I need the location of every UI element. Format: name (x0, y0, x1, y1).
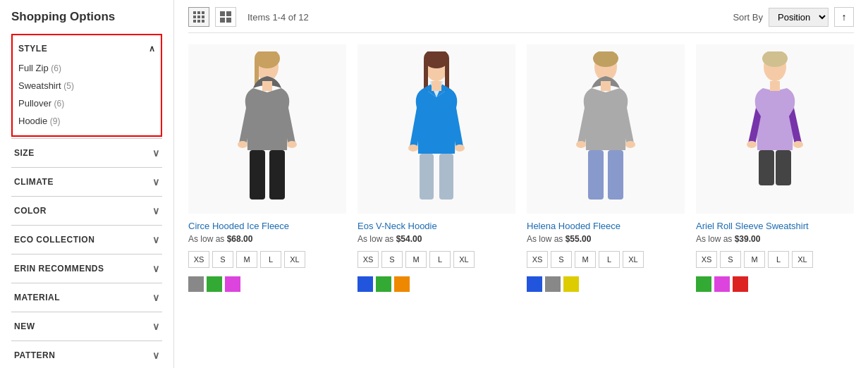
filter-label-erin: ERIN RECOMMENDS (14, 264, 104, 274)
svg-rect-22 (608, 150, 623, 200)
filter-label-climate: CLIMATE (14, 177, 54, 187)
size-xs-3[interactable]: XS (527, 251, 548, 268)
product-figure-2 (394, 51, 479, 207)
size-s-3[interactable]: S (551, 251, 572, 268)
toolbar: Items 1-4 of 12 Sort By Position Price N… (188, 7, 854, 33)
size-l-2[interactable]: L (429, 251, 451, 268)
filter-section-material: MATERIAL ∨ (11, 283, 162, 312)
color-swatch-magenta-4[interactable] (714, 276, 730, 292)
size-s-2[interactable]: S (381, 251, 403, 268)
size-m-4[interactable]: M (744, 251, 765, 268)
main-content: Items 1-4 of 12 Sort By Position Price N… (174, 0, 868, 368)
chevron-down-icon: ∨ (152, 176, 160, 188)
color-swatch-green-4[interactable] (696, 276, 711, 292)
svg-rect-15 (439, 154, 453, 200)
svg-rect-14 (420, 154, 434, 200)
style-item-fullzip[interactable]: Full Zip (6) (18, 59, 155, 77)
sort-label: Sort By (733, 12, 763, 23)
product-image-2 (357, 44, 515, 214)
color-swatch-yellow-3[interactable] (563, 276, 579, 292)
sort-select[interactable]: Position Price Name (769, 8, 829, 27)
size-options-1: XS S M L XL (188, 251, 346, 268)
filter-section-color: COLOR ∨ (11, 196, 162, 225)
svg-point-26 (747, 141, 757, 148)
product-image-1 (188, 44, 346, 214)
filter-section-pattern: PATTERN ∨ (11, 341, 162, 368)
size-xl-3[interactable]: XL (623, 251, 644, 268)
chevron-up-icon: ∧ (149, 44, 156, 54)
filter-header-climate[interactable]: CLIMATE ∨ (11, 168, 162, 196)
product-card-1: Circe Hooded Ice Fleece As low as $68.00… (188, 44, 346, 292)
sort-ascending-button[interactable]: ↑ (834, 7, 854, 27)
grid-small-icon (193, 11, 204, 23)
product-image-3 (527, 44, 685, 214)
product-price-2: As low as $54.00 (357, 234, 515, 244)
color-swatch-gray-1[interactable] (188, 276, 204, 292)
style-item-pullover[interactable]: Pullover (6) (18, 94, 155, 112)
size-options-2: XS S M L XL (357, 251, 515, 268)
chevron-down-icon: ∨ (152, 147, 160, 159)
product-name-3[interactable]: Helena Hooded Fleece (527, 221, 685, 231)
product-card-3: Helena Hooded Fleece As low as $55.00 XS… (527, 44, 685, 292)
svg-rect-28 (759, 150, 774, 185)
filter-label-new: NEW (14, 321, 35, 331)
filter-header-color[interactable]: COLOR ∨ (11, 197, 162, 225)
filter-label-style: STYLE (18, 44, 47, 54)
size-m-3[interactable]: M (575, 251, 596, 268)
svg-point-3 (238, 141, 247, 148)
size-xl-2[interactable]: XL (453, 251, 475, 268)
color-swatch-red-4[interactable] (733, 276, 748, 292)
filter-header-new[interactable]: NEW ∨ (11, 312, 162, 341)
size-m-1[interactable]: M (236, 251, 257, 268)
svg-rect-5 (250, 150, 265, 200)
filter-header-style[interactable]: STYLE ∧ (18, 38, 155, 59)
filter-label-size: SIZE (14, 148, 35, 158)
product-name-4[interactable]: Ariel Roll Sleeve Sweatshirt (696, 221, 854, 231)
svg-point-27 (793, 141, 803, 148)
filter-header-pattern[interactable]: PATTERN ∨ (11, 341, 162, 368)
product-name-1[interactable]: Circe Hooded Ice Fleece (188, 221, 346, 231)
page-container: Shopping Options STYLE ∧ Full Zip (6) Sw… (0, 0, 868, 368)
size-s-4[interactable]: S (720, 251, 741, 268)
grid-view-button[interactable] (188, 7, 209, 27)
size-xl-1[interactable]: XL (284, 251, 305, 268)
filter-section-eco: ECO COLLECTION ∨ (11, 225, 162, 254)
filter-header-size[interactable]: SIZE ∨ (11, 139, 162, 167)
style-items-list: Full Zip (6) Sweatshirt (5) Pullover (6)… (18, 59, 155, 130)
size-xs-4[interactable]: XS (696, 251, 717, 268)
size-options-4: XS S M L XL (696, 251, 854, 268)
svg-point-4 (287, 141, 297, 148)
filter-header-eco[interactable]: ECO COLLECTION ∨ (11, 226, 162, 254)
sidebar: Shopping Options STYLE ∧ Full Zip (6) Sw… (0, 0, 174, 368)
color-swatches-4 (696, 276, 854, 292)
style-item-sweatshirt[interactable]: Sweatshirt (5) (18, 77, 155, 94)
color-swatch-green-1[interactable] (207, 276, 222, 292)
product-figure-4 (733, 51, 817, 207)
size-l-1[interactable]: L (260, 251, 281, 268)
size-l-3[interactable]: L (599, 251, 620, 268)
color-swatch-gray-3[interactable] (545, 276, 561, 292)
chevron-down-icon: ∨ (152, 205, 160, 216)
product-name-2[interactable]: Eos V-Neck Hoodie (357, 221, 515, 231)
product-figure-1 (225, 51, 310, 207)
size-l-4[interactable]: L (768, 251, 789, 268)
color-swatch-orange-2[interactable] (394, 276, 410, 292)
filter-header-material[interactable]: MATERIAL ∨ (11, 283, 162, 312)
chevron-down-icon: ∨ (152, 234, 160, 245)
size-m-2[interactable]: M (405, 251, 427, 268)
filter-header-erin[interactable]: ERIN RECOMMENDS ∨ (11, 254, 162, 283)
size-s-1[interactable]: S (212, 251, 233, 268)
product-card-2: Eos V-Neck Hoodie As low as $54.00 XS S … (357, 44, 515, 292)
size-xl-4[interactable]: XL (792, 251, 813, 268)
color-swatch-magenta-1[interactable] (225, 276, 240, 292)
color-swatch-blue-3[interactable] (527, 276, 542, 292)
filter-section-style: STYLE ∧ Full Zip (6) Sweatshirt (5) Pull… (11, 34, 162, 137)
color-swatch-blue-2[interactable] (357, 276, 373, 292)
size-xs-1[interactable]: XS (188, 251, 209, 268)
svg-rect-29 (776, 150, 791, 185)
style-item-hoodie[interactable]: Hoodie (9) (18, 112, 155, 130)
list-view-button[interactable] (215, 7, 236, 27)
color-swatch-green-2[interactable] (376, 276, 391, 292)
size-xs-2[interactable]: XS (357, 251, 379, 268)
product-card-4: Ariel Roll Sleeve Sweatshirt As low as $… (696, 44, 854, 292)
